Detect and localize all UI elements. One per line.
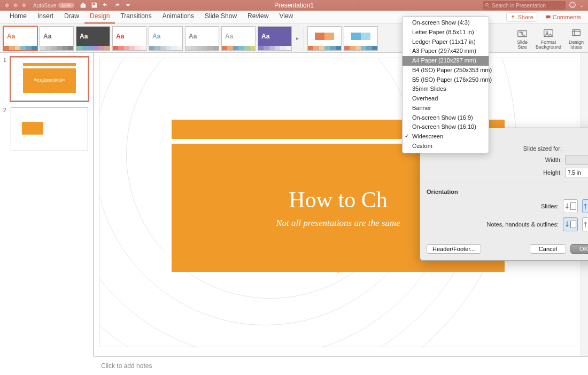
ribbon-tabs: HomeInsertDrawDesignTransitionsAnimation… xyxy=(0,11,588,24)
theme-option[interactable]: Aa xyxy=(3,26,37,51)
chevron-down-icon[interactable]: ⌄ xyxy=(579,3,584,8)
tab-home[interactable]: Home xyxy=(4,10,32,24)
variant-option[interactable] xyxy=(344,26,378,51)
check-icon: ✓ xyxy=(405,133,409,140)
autosave-label: AutoSave xyxy=(33,3,56,9)
redo-icon[interactable] xyxy=(113,2,120,10)
close-window-icon[interactable] xyxy=(4,3,10,8)
dropdown-item[interactable]: On-screen Show (16:10) xyxy=(403,122,489,132)
window-titlebar: AutoSave OFF Presentation1 Search in Pre… xyxy=(0,0,588,11)
format-bg-label: Format Background xyxy=(536,40,561,50)
ribbon-design: AaAaAaAaAaAaAaAa ▸ Slide Size Format Bac… xyxy=(0,24,588,53)
notes-pane[interactable]: Click to add notes xyxy=(94,356,588,375)
svg-rect-7 xyxy=(572,29,581,35)
dropdown-item[interactable]: Banner xyxy=(403,104,489,113)
search-placeholder: Search in Presentation xyxy=(492,3,546,9)
dropdown-item[interactable]: On-screen Show (4:3) xyxy=(403,18,489,28)
tab-design[interactable]: Design xyxy=(84,10,115,24)
slide-number: 1 xyxy=(3,57,9,101)
theme-option[interactable]: Aa xyxy=(149,26,183,51)
sized-for-label: Slide sized for: xyxy=(523,145,562,152)
tab-review[interactable]: Review xyxy=(242,10,274,24)
more-themes-icon[interactable]: ▸ xyxy=(294,35,300,41)
dropdown-item[interactable]: ✓Widescreen xyxy=(403,132,489,142)
slide-thumbnail-2[interactable]: 2 xyxy=(0,106,93,157)
theme-option[interactable]: Aa xyxy=(221,26,256,51)
dropdown-item-label: Widescreen xyxy=(412,133,443,139)
width-label: Width: xyxy=(545,157,562,163)
dropdown-item-label: B4 (ISO) Paper (250x353 mm) xyxy=(412,67,492,73)
theme-option[interactable]: Aa xyxy=(76,26,110,51)
tab-insert[interactable]: Insert xyxy=(32,10,59,24)
tab-draw[interactable]: Draw xyxy=(59,10,84,24)
dropdown-item-label: A4 Paper (210x297 mm) xyxy=(412,57,476,64)
ribbon-separator xyxy=(304,27,304,50)
tab-transitions[interactable]: Transitions xyxy=(115,10,157,24)
autosave-toggle[interactable]: AutoSave OFF xyxy=(33,3,74,9)
tab-animations[interactable]: Animations xyxy=(157,10,199,24)
tab-view[interactable]: View xyxy=(274,10,298,24)
dropdown-item[interactable]: On-screen Show (16:9) xyxy=(403,113,489,123)
thumbnail[interactable] xyxy=(11,107,88,151)
notes-portrait-button[interactable] xyxy=(563,217,578,231)
dropdown-item-label: On-screen Show (16:9) xyxy=(412,114,473,121)
dropdown-item[interactable]: B4 (ISO) Paper (250x353 mm) xyxy=(403,66,489,75)
dropdown-item-label: Banner xyxy=(412,105,431,111)
slides-portrait-button[interactable] xyxy=(563,199,578,213)
header-footer-button[interactable]: Header/Footer... xyxy=(427,244,481,254)
theme-option[interactable]: Aa xyxy=(185,26,219,51)
zoom-window-icon[interactable] xyxy=(21,3,27,8)
format-background-button[interactable]: Format Background xyxy=(536,28,561,50)
dropdown-item[interactable]: Overhead xyxy=(403,94,489,104)
notes-landscape-button[interactable] xyxy=(582,217,588,231)
slide-size-dropdown[interactable]: On-screen Show (4:3)Letter Paper (8.5x11… xyxy=(402,16,489,153)
slides-landscape-button[interactable] xyxy=(582,199,588,213)
customize-qat-icon[interactable] xyxy=(125,2,131,10)
search-input[interactable]: Search in Presentation xyxy=(483,1,566,10)
width-stepper[interactable]: ▲▼ xyxy=(565,155,588,165)
slide-size-label: Slide Size xyxy=(517,40,528,50)
slide-canvas-area[interactable]: How to Ch Not all presentations are the … xyxy=(94,53,588,356)
thumbnail[interactable]: How to Change Slide Size Not all present… xyxy=(11,57,88,101)
save-icon[interactable] xyxy=(91,2,98,10)
home-icon[interactable] xyxy=(80,2,87,10)
notes-orientation-label: Notes, handouts & outlines: xyxy=(486,221,559,228)
design-ideas-button[interactable]: Design Ideas xyxy=(569,28,584,50)
traffic-lights xyxy=(0,3,31,8)
thumb-sub: Not all presentations are the same xyxy=(37,81,62,83)
slide-thumbnail-1[interactable]: 1 How to Change Slide Size Not all prese… xyxy=(0,56,93,106)
slide-thumbnail-panel[interactable]: 1 How to Change Slide Size Not all prese… xyxy=(0,53,94,356)
dropdown-item-label: 35mm Slides xyxy=(412,85,446,92)
slide-title: How to Ch xyxy=(289,187,387,213)
dropdown-item[interactable]: Letter Paper (8.5x11 in) xyxy=(403,28,489,37)
cancel-button[interactable]: Cancel xyxy=(530,244,566,254)
feedback-icon[interactable] xyxy=(569,1,576,10)
slide-number: 2 xyxy=(3,107,9,151)
dropdown-item[interactable]: A3 Paper (297x420 mm) xyxy=(403,46,489,56)
minimize-window-icon[interactable] xyxy=(13,3,18,8)
dropdown-item[interactable]: 35mm Slides xyxy=(403,84,489,94)
dropdown-item[interactable]: A4 Paper (210x297 mm) xyxy=(403,56,489,66)
autosave-state: OFF xyxy=(58,3,74,8)
theme-option[interactable]: Aa xyxy=(40,26,74,51)
dropdown-item[interactable]: B5 (ISO) Paper (176x250 mm) xyxy=(403,75,489,85)
dropdown-item[interactable]: Custom xyxy=(403,142,489,151)
undo-icon[interactable] xyxy=(102,2,109,10)
dropdown-item[interactable]: Ledger Paper (11x17 in) xyxy=(403,37,489,47)
theme-option[interactable]: Aa xyxy=(258,26,292,51)
dropdown-item-label: A3 Paper (297x420 mm) xyxy=(412,48,476,54)
svg-rect-4 xyxy=(518,30,527,36)
ok-button[interactable]: OK xyxy=(570,244,588,254)
design-ideas-label: Design Ideas xyxy=(569,40,584,50)
variant-option[interactable] xyxy=(307,26,342,51)
tab-slide-show[interactable]: Slide Show xyxy=(199,10,242,24)
slides-orientation-label: Slides: xyxy=(541,203,559,209)
dropdown-item-label: B5 (ISO) Paper (176x250 mm) xyxy=(412,76,492,83)
height-stepper[interactable]: ▲▼ xyxy=(565,168,588,177)
dropdown-item-label: Letter Paper (8.5x11 in) xyxy=(412,29,474,35)
dropdown-item-label: Ledger Paper (11x17 in) xyxy=(412,38,476,45)
slide-size-button[interactable]: Slide Size xyxy=(516,28,528,50)
comments-button[interactable]: Comments xyxy=(541,12,585,22)
theme-option[interactable]: Aa xyxy=(112,26,146,51)
share-button[interactable]: Share xyxy=(506,12,537,22)
